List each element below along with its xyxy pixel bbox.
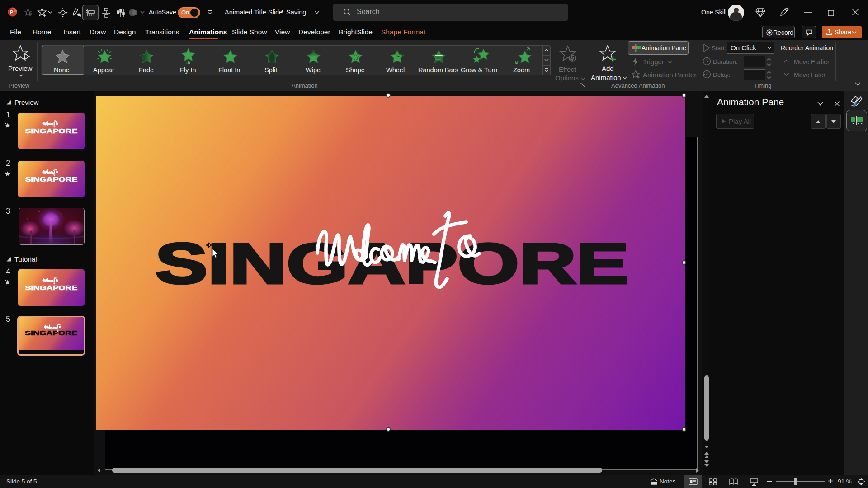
svg-text:P: P: [10, 9, 13, 15]
